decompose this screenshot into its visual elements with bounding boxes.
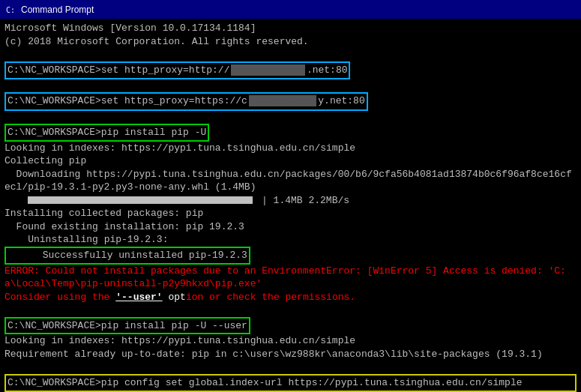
pip-install-user-line: C:\NC_WORKSPACE>pip install pip -U --use… bbox=[4, 317, 577, 335]
error2-line: a\Local\Temp\pip-uninstall-p2y9hkxd\pip.… bbox=[4, 277, 577, 291]
pip-config-line: C:\NC_WORKSPACE>pip config set global.in… bbox=[4, 374, 577, 392]
blank-4 bbox=[4, 304, 577, 317]
pip-install-user-box: C:\NC_WORKSPACE>pip install pip -U --use… bbox=[4, 317, 250, 335]
title-bar-text: Command Prompt bbox=[21, 4, 577, 15]
pip-install-box: C:\NC_WORKSPACE>pip install pip -U bbox=[4, 124, 209, 142]
http-proxy-box: C:\NC_WORKSPACE>set http_proxy=http://re… bbox=[4, 61, 350, 79]
set-https-line: C:\NC_WORKSPACE>set https_proxy=https://… bbox=[4, 92, 577, 110]
win-version-line: Microsoft Windows [Version 10.0.17134.11… bbox=[4, 22, 577, 35]
cmd-icon: C: bbox=[4, 4, 16, 16]
success-uninstall-line: Successfully uninstalled pip-19.2.3 bbox=[4, 247, 577, 265]
downloading2-line: ecl/pip-19.3.1-py2.py3-none-any.whl (1.4… bbox=[4, 181, 577, 194]
looking1-line: Looking in indexes: https://pypi.tuna.ts… bbox=[4, 142, 577, 155]
success-uninstall-box: Successfully uninstalled pip-19.2.3 bbox=[4, 247, 250, 265]
requirement-line: Requirement already up-to-date: pip in c… bbox=[4, 348, 577, 361]
pip-install-line: C:\NC_WORKSPACE>pip install pip -U bbox=[4, 124, 577, 142]
blank-2 bbox=[4, 79, 577, 93]
downloading-line: Downloading https://pypi.tuna.tsinghua.e… bbox=[4, 168, 577, 181]
set-http-line: C:\NC_WORKSPACE>set http_proxy=http://re… bbox=[4, 61, 577, 79]
consider-line: Consider using the '--user' option or ch… bbox=[4, 291, 577, 304]
win-copyright-line: (c) 2018 Microsoft Corporation. All righ… bbox=[4, 35, 577, 49]
looking2-line: Looking in indexes: https://pypi.tuna.ts… bbox=[4, 334, 577, 348]
title-bar: C: Command Prompt bbox=[0, 0, 581, 19]
found-existing-line: Found existing installation: pip 19.2.3 bbox=[4, 220, 577, 234]
progress-line: | 1.4MB 2.2MB/s bbox=[4, 194, 577, 208]
pip-config-box: C:\NC_WORKSPACE>pip config set global.in… bbox=[4, 374, 577, 392]
window: C: Command Prompt Microsoft Windows [Ver… bbox=[0, 0, 581, 392]
svg-text:C:: C: bbox=[6, 6, 15, 14]
terminal-window[interactable]: Microsoft Windows [Version 10.0.17134.11… bbox=[0, 19, 581, 392]
installing-line: Installing collected packages: pip bbox=[4, 207, 577, 220]
blank-1 bbox=[4, 48, 577, 61]
collecting-line: Collecting pip bbox=[4, 154, 577, 168]
user-option-text: '--user' bbox=[115, 292, 162, 303]
progress-bar bbox=[28, 196, 253, 204]
option-text: opt bbox=[163, 292, 186, 303]
uninstalling-line: Uninstalling pip-19.2.3: bbox=[4, 233, 577, 247]
error1-line: ERROR: Could not install packages due to… bbox=[4, 265, 577, 278]
https-proxy-box: C:\NC_WORKSPACE>set https_proxy=https://… bbox=[4, 92, 368, 110]
blank-3 bbox=[4, 111, 577, 124]
blank-5 bbox=[4, 361, 577, 374]
